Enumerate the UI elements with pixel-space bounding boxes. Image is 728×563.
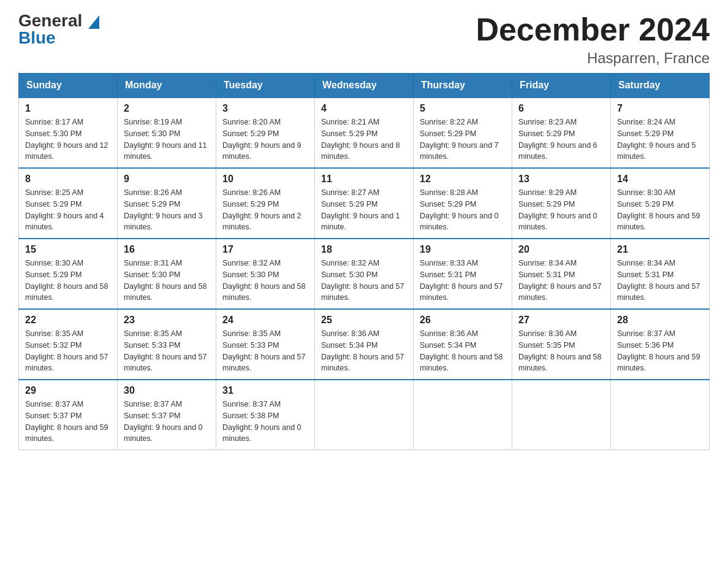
calendar-cell: 30Sunrise: 8:37 AMSunset: 5:37 PMDayligh… (118, 380, 216, 450)
weekday-header-wednesday: Wednesday (315, 74, 414, 98)
day-number: 26 (420, 315, 506, 326)
calendar-cell: 29Sunrise: 8:37 AMSunset: 5:37 PMDayligh… (19, 380, 118, 450)
day-info: Sunrise: 8:31 AMSunset: 5:30 PMDaylight:… (124, 258, 210, 304)
day-info: Sunrise: 8:29 AMSunset: 5:29 PMDaylight:… (518, 187, 604, 233)
calendar-cell: 13Sunrise: 8:29 AMSunset: 5:29 PMDayligh… (512, 168, 611, 239)
day-number: 24 (222, 315, 308, 326)
calendar-cell: 17Sunrise: 8:32 AMSunset: 5:30 PMDayligh… (216, 239, 315, 309)
calendar-cell: 25Sunrise: 8:36 AMSunset: 5:34 PMDayligh… (315, 309, 414, 380)
calendar-cell: 15Sunrise: 8:30 AMSunset: 5:29 PMDayligh… (19, 239, 118, 309)
day-info: Sunrise: 8:26 AMSunset: 5:29 PMDaylight:… (222, 187, 308, 233)
day-number: 28 (617, 315, 703, 326)
calendar-cell (414, 380, 512, 450)
day-info: Sunrise: 8:32 AMSunset: 5:30 PMDaylight:… (222, 258, 308, 304)
page-title: December 2024 (476, 12, 710, 47)
day-info: Sunrise: 8:37 AMSunset: 5:36 PMDaylight:… (617, 328, 703, 374)
svg-marker-0 (88, 15, 99, 29)
calendar-cell: 9Sunrise: 8:26 AMSunset: 5:29 PMDaylight… (118, 168, 216, 239)
day-info: Sunrise: 8:37 AMSunset: 5:37 PMDaylight:… (25, 399, 111, 445)
calendar-cell: 23Sunrise: 8:35 AMSunset: 5:33 PMDayligh… (118, 309, 216, 380)
day-info: Sunrise: 8:34 AMSunset: 5:31 PMDaylight:… (518, 258, 604, 304)
calendar-cell: 28Sunrise: 8:37 AMSunset: 5:36 PMDayligh… (611, 309, 710, 380)
day-number: 16 (124, 244, 210, 255)
calendar-cell: 6Sunrise: 8:23 AMSunset: 5:29 PMDaylight… (512, 98, 611, 168)
day-info: Sunrise: 8:21 AMSunset: 5:29 PMDaylight:… (321, 117, 407, 163)
day-number: 13 (518, 174, 604, 185)
day-number: 22 (25, 315, 111, 326)
day-number: 15 (25, 244, 111, 255)
day-number: 3 (222, 103, 308, 114)
day-info: Sunrise: 8:17 AMSunset: 5:30 PMDaylight:… (25, 117, 111, 163)
logo: General Blue (18, 12, 99, 47)
day-info: Sunrise: 8:25 AMSunset: 5:29 PMDaylight:… (25, 187, 111, 233)
day-info: Sunrise: 8:19 AMSunset: 5:30 PMDaylight:… (124, 117, 210, 163)
day-number: 17 (222, 244, 308, 255)
day-info: Sunrise: 8:26 AMSunset: 5:29 PMDaylight:… (124, 187, 210, 233)
calendar-cell: 18Sunrise: 8:32 AMSunset: 5:30 PMDayligh… (315, 239, 414, 309)
calendar-cell: 20Sunrise: 8:34 AMSunset: 5:31 PMDayligh… (512, 239, 611, 309)
logo-triangle-icon (88, 15, 99, 29)
calendar-cell: 5Sunrise: 8:22 AMSunset: 5:29 PMDaylight… (414, 98, 512, 168)
calendar-week-row: 15Sunrise: 8:30 AMSunset: 5:29 PMDayligh… (19, 239, 710, 309)
day-number: 1 (25, 103, 111, 114)
day-info: Sunrise: 8:36 AMSunset: 5:34 PMDaylight:… (321, 328, 407, 374)
day-number: 31 (222, 385, 308, 396)
logo-text-general: General (18, 12, 99, 29)
calendar-cell: 21Sunrise: 8:34 AMSunset: 5:31 PMDayligh… (611, 239, 710, 309)
calendar-cell: 11Sunrise: 8:27 AMSunset: 5:29 PMDayligh… (315, 168, 414, 239)
day-info: Sunrise: 8:30 AMSunset: 5:29 PMDaylight:… (25, 258, 111, 304)
calendar-week-row: 8Sunrise: 8:25 AMSunset: 5:29 PMDaylight… (19, 168, 710, 239)
day-number: 29 (25, 385, 111, 396)
day-info: Sunrise: 8:28 AMSunset: 5:29 PMDaylight:… (420, 187, 506, 233)
calendar-cell: 26Sunrise: 8:36 AMSunset: 5:34 PMDayligh… (414, 309, 512, 380)
day-number: 19 (420, 244, 506, 255)
calendar-cell: 19Sunrise: 8:33 AMSunset: 5:31 PMDayligh… (414, 239, 512, 309)
day-number: 8 (25, 174, 111, 185)
calendar-cell: 7Sunrise: 8:24 AMSunset: 5:29 PMDaylight… (611, 98, 710, 168)
day-number: 10 (222, 174, 308, 185)
calendar-cell (315, 380, 414, 450)
calendar-cell: 27Sunrise: 8:36 AMSunset: 5:35 PMDayligh… (512, 309, 611, 380)
day-number: 23 (124, 315, 210, 326)
day-number: 4 (321, 103, 407, 114)
day-info: Sunrise: 8:37 AMSunset: 5:37 PMDaylight:… (124, 399, 210, 445)
day-info: Sunrise: 8:24 AMSunset: 5:29 PMDaylight:… (617, 117, 703, 163)
calendar-week-row: 29Sunrise: 8:37 AMSunset: 5:37 PMDayligh… (19, 380, 710, 450)
day-info: Sunrise: 8:35 AMSunset: 5:32 PMDaylight:… (25, 328, 111, 374)
day-number: 2 (124, 103, 210, 114)
calendar-cell (611, 380, 710, 450)
calendar-cell: 22Sunrise: 8:35 AMSunset: 5:32 PMDayligh… (19, 309, 118, 380)
calendar-cell: 12Sunrise: 8:28 AMSunset: 5:29 PMDayligh… (414, 168, 512, 239)
day-number: 21 (617, 244, 703, 255)
day-info: Sunrise: 8:30 AMSunset: 5:29 PMDaylight:… (617, 187, 703, 233)
calendar-cell: 2Sunrise: 8:19 AMSunset: 5:30 PMDaylight… (118, 98, 216, 168)
day-info: Sunrise: 8:32 AMSunset: 5:30 PMDaylight:… (321, 258, 407, 304)
day-number: 5 (420, 103, 506, 114)
day-info: Sunrise: 8:36 AMSunset: 5:35 PMDaylight:… (518, 328, 604, 374)
calendar-table: SundayMondayTuesdayWednesdayThursdayFrid… (18, 73, 710, 450)
day-number: 25 (321, 315, 407, 326)
weekday-header-sunday: Sunday (19, 74, 118, 98)
day-number: 6 (518, 103, 604, 114)
day-number: 20 (518, 244, 604, 255)
calendar-cell: 8Sunrise: 8:25 AMSunset: 5:29 PMDaylight… (19, 168, 118, 239)
day-info: Sunrise: 8:20 AMSunset: 5:29 PMDaylight:… (222, 117, 308, 163)
calendar-week-row: 22Sunrise: 8:35 AMSunset: 5:32 PMDayligh… (19, 309, 710, 380)
calendar-cell (512, 380, 611, 450)
day-number: 14 (617, 174, 703, 185)
day-info: Sunrise: 8:35 AMSunset: 5:33 PMDaylight:… (124, 328, 210, 374)
calendar-cell: 31Sunrise: 8:37 AMSunset: 5:38 PMDayligh… (216, 380, 315, 450)
day-number: 11 (321, 174, 407, 185)
weekday-header-saturday: Saturday (611, 74, 710, 98)
calendar-cell: 10Sunrise: 8:26 AMSunset: 5:29 PMDayligh… (216, 168, 315, 239)
day-info: Sunrise: 8:33 AMSunset: 5:31 PMDaylight:… (420, 258, 506, 304)
day-number: 7 (617, 103, 703, 114)
calendar-cell: 16Sunrise: 8:31 AMSunset: 5:30 PMDayligh… (118, 239, 216, 309)
calendar-cell: 1Sunrise: 8:17 AMSunset: 5:30 PMDaylight… (19, 98, 118, 168)
title-block: December 2024 Hasparren, France (476, 12, 710, 67)
page-subtitle: Hasparren, France (476, 50, 710, 67)
weekday-header-thursday: Thursday (414, 74, 512, 98)
calendar-header-row: SundayMondayTuesdayWednesdayThursdayFrid… (19, 74, 710, 98)
day-number: 18 (321, 244, 407, 255)
day-number: 30 (124, 385, 210, 396)
